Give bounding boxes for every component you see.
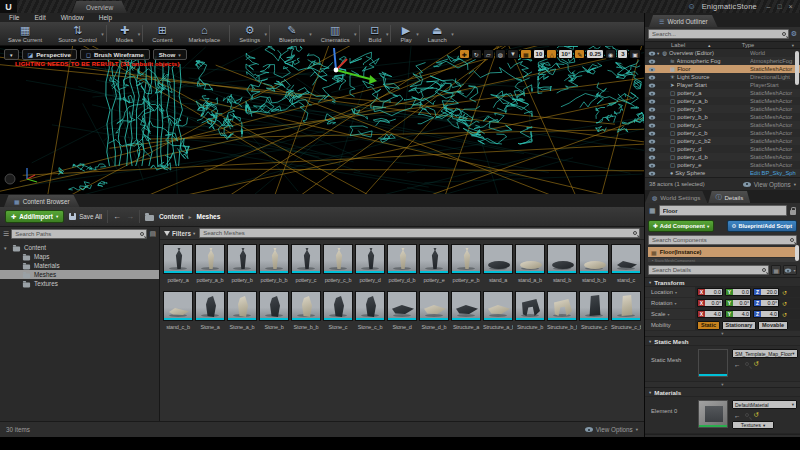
outliner-row-pottery-c[interactable]: ▢pottery_cStaticMeshActor — [645, 121, 800, 129]
asset-stand-b-b[interactable]: stand_b_b — [579, 244, 609, 283]
search-details-field[interactable] — [648, 265, 769, 275]
outliner-search-input[interactable] — [649, 30, 788, 38]
asset-pottery-e-b[interactable]: pottery_e_b — [451, 244, 481, 283]
toolbar-button-play[interactable]: ▶Play▾ — [392, 22, 419, 45]
outliner-row-overview-editor[interactable]: ▾◍Overview (Editor)World — [645, 49, 800, 57]
scale-tool-icon[interactable]: ▱ — [483, 49, 494, 59]
world-outliner-tab[interactable]: ☰ World Outliner — [649, 15, 718, 27]
view-mode-button[interactable]: ◻Brush Wireframe — [80, 49, 150, 60]
toolbar-button-marketplace[interactable]: ⌂Marketplace — [181, 22, 229, 45]
eye-icon[interactable] — [649, 123, 655, 127]
reset-icon[interactable]: ↺ — [782, 300, 787, 307]
dropdown-caret-icon[interactable]: ▾ — [138, 31, 141, 37]
asset-stone-c[interactable]: Stone_c — [323, 291, 353, 330]
static-mesh-dropdown[interactable]: SM_Template_Map_Floor▾ — [732, 349, 798, 358]
details-scrollbar[interactable] — [795, 245, 799, 261]
outliner-row-pottery-a[interactable]: ▢pottery_aStaticMeshActor — [645, 89, 800, 97]
folder-content[interactable]: ▾Content — [0, 243, 159, 252]
asset-stone-a[interactable]: Stone_a — [195, 291, 225, 330]
asset-pottery-b[interactable]: pottery_b — [227, 244, 257, 283]
toolbar-button-build[interactable]: ⊡Build▾ — [361, 22, 390, 45]
menu-file[interactable]: File — [9, 14, 19, 21]
viewport-options-caret[interactable]: ▾ — [4, 49, 19, 60]
breadcrumb-content[interactable]: Content — [159, 213, 184, 220]
eye-icon[interactable] — [649, 59, 655, 63]
camera-speed-icon[interactable]: ◉ — [605, 49, 616, 59]
outliner-row-pottery-c-b2[interactable]: ▢pottery_c_b2StaticMeshActor — [645, 137, 800, 145]
tab-details[interactable]: ⓘDetails — [708, 191, 750, 203]
world-local-toggle-icon[interactable]: ◍ — [495, 49, 506, 59]
grid-snap-icon[interactable]: ▦ — [520, 49, 532, 59]
asset-structure-c[interactable]: Structure_c — [579, 291, 609, 330]
perspective-button[interactable]: ◪Perspective — [22, 49, 77, 60]
asset-pottery-d[interactable]: pottery_d — [355, 244, 385, 283]
viewport[interactable]: LIGHTING NEEDS TO BE REBUILT (31 unbuilt… — [0, 46, 644, 194]
axis-z-field[interactable]: Z0.0° — [753, 299, 779, 307]
outliner-row-pottery-d[interactable]: ▢pottery_dStaticMeshActor — [645, 145, 800, 153]
lock-icon[interactable] — [790, 210, 796, 215]
eye-icon[interactable] — [649, 51, 655, 55]
save-all-button[interactable]: Save All — [69, 213, 102, 220]
expand-arrow-icon[interactable]: ▾ — [657, 51, 659, 56]
rotation-snap-value[interactable]: 10° — [558, 49, 573, 59]
axis-y-field[interactable]: Y4.0 — [725, 310, 751, 318]
maximize-viewport-icon[interactable]: ▣ — [629, 49, 641, 59]
dropdown-caret-icon[interactable]: ▾ — [416, 31, 419, 37]
physics-section-header[interactable]: ▾ Physics — [645, 434, 800, 437]
toolbar-button-save-current[interactable]: ▦Save Current — [0, 22, 50, 45]
eye-icon[interactable] — [649, 107, 655, 111]
static-mesh-section-header[interactable]: ▾ Static Mesh — [645, 336, 800, 346]
outliner-row-pottery-c-b[interactable]: ▢pottery_c_bStaticMeshActor — [645, 129, 800, 137]
asset-stone-d-b[interactable]: Stone_d_b — [419, 291, 449, 330]
dropdown-caret-icon[interactable]: ▾ — [451, 31, 454, 37]
back-button[interactable]: ← — [113, 212, 121, 221]
asset-pottery-a[interactable]: pottery_a — [163, 244, 193, 283]
materials-section-header[interactable]: ▾ Materials — [645, 387, 800, 397]
breadcrumb-meshes[interactable]: Meshes — [196, 213, 220, 220]
asset-stand-b[interactable]: stand_b — [547, 244, 577, 283]
component-row-clipped[interactable]: ▪ StaticMeshComponent — [648, 258, 797, 262]
toolbar-button-launch[interactable]: ⏏Launch▾ — [420, 22, 455, 45]
actor-name-field[interactable] — [659, 205, 787, 216]
reset-icon[interactable]: ↺ — [754, 411, 759, 419]
use-selected-icon[interactable]: ← — [734, 361, 741, 368]
asset-stone-b-b[interactable]: Stone_b_b — [291, 291, 321, 330]
rotate-tool-icon[interactable]: ↻ — [471, 49, 482, 59]
toolbar-button-cinematics[interactable]: ▥Cinematics▾ — [313, 22, 358, 45]
outliner-row-floor[interactable]: ▦FloorStaticMeshActor — [645, 65, 800, 73]
outliner-row-sky-sphere[interactable]: ●Sky SphereEdit BP_Sky_Sph — [645, 169, 800, 177]
asset-stone-c-b[interactable]: Stone_c_b — [355, 291, 385, 330]
show-button[interactable]: Show▾ — [153, 49, 187, 60]
dropdown-caret-icon[interactable]: ▾ — [354, 31, 357, 37]
add-import-button[interactable]: ✚ Add/Import ▾ — [5, 210, 64, 223]
view-options-button[interactable]: View Options ▾ — [585, 426, 638, 433]
asset-stand-a[interactable]: stand_a — [483, 244, 513, 283]
path-filter-icon[interactable]: ▤ — [149, 230, 156, 238]
dropdown-caret-icon[interactable]: ▾ — [265, 31, 268, 37]
search-details-input[interactable] — [649, 266, 768, 274]
toolbar-button-content[interactable]: ⊞Content — [144, 22, 180, 45]
folder-textures[interactable]: Textures — [0, 279, 159, 288]
toolbar-button-settings[interactable]: ⚙Settings▾ — [231, 22, 268, 45]
sources-toggle-icon[interactable]: ☰ — [3, 230, 9, 238]
expand-arrow-icon[interactable]: ▾ — [4, 245, 9, 251]
blueprint-add-script-button[interactable]: ⚙ Blueprint/Add Script — [727, 220, 797, 232]
component-floor-instance[interactable]: ▦ Floor(Instance) — [648, 247, 797, 257]
asset-structure-c-b[interactable]: Structure_c_b — [611, 291, 641, 330]
level-tab[interactable]: Overview — [72, 1, 127, 13]
asset-stand-c-b[interactable]: stand_c_b — [163, 291, 193, 330]
textures-button[interactable]: Textures▾ — [732, 421, 774, 429]
outliner-row-light-source[interactable]: ☀Light SourceDirectionalLight — [645, 73, 800, 81]
transform-section-header[interactable]: ▾ Transform — [645, 277, 800, 287]
mobility-movable[interactable]: Movable — [758, 321, 788, 330]
asset-stone-b[interactable]: Stone_b — [259, 291, 289, 330]
asset-structure-b[interactable]: Structure_b — [515, 291, 545, 330]
mobility-stationary[interactable]: Stationary — [722, 321, 756, 330]
maximize-button[interactable]: □ — [774, 2, 785, 12]
toolbar-button-source-control[interactable]: ⇅Source Control▾ — [50, 22, 105, 45]
eye-icon[interactable] — [649, 83, 655, 87]
search-paths-input[interactable] — [12, 230, 146, 238]
search-components-input[interactable] — [649, 236, 796, 244]
axis-z-field[interactable]: Z20.0 — [753, 288, 779, 296]
outliner-view-options-button[interactable]: View Options ▾ — [743, 181, 796, 188]
